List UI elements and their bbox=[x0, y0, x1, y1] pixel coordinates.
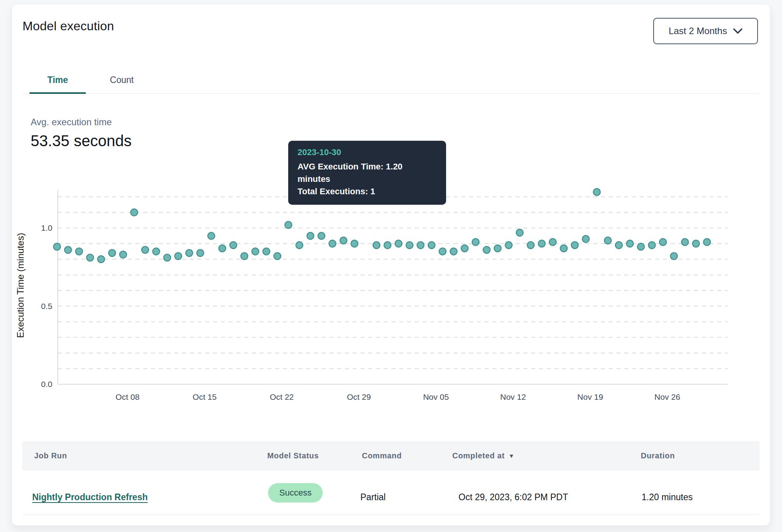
data-point[interactable] bbox=[670, 253, 677, 260]
data-point[interactable] bbox=[472, 238, 479, 245]
data-point[interactable] bbox=[428, 242, 435, 249]
data-point[interactable] bbox=[439, 248, 446, 255]
tooltip-date: 2023-10-30 bbox=[298, 147, 437, 157]
y-axis-label: Execution Time (minutes) bbox=[15, 233, 26, 338]
data-point[interactable] bbox=[682, 238, 689, 245]
x-tick-label: Nov 12 bbox=[500, 392, 526, 401]
data-point[interactable] bbox=[538, 240, 545, 247]
data-point[interactable] bbox=[615, 242, 622, 249]
data-point[interactable] bbox=[527, 242, 534, 249]
data-point[interactable] bbox=[582, 235, 589, 242]
table-row: Nightly Production Refresh Success Parti… bbox=[22, 470, 760, 515]
avg-execution-time-label: Avg. execution time bbox=[31, 117, 112, 128]
data-point[interactable] bbox=[516, 229, 523, 236]
data-point[interactable] bbox=[197, 249, 204, 256]
x-tick-label: Nov 19 bbox=[577, 392, 603, 401]
data-point[interactable] bbox=[296, 242, 303, 249]
data-point[interactable] bbox=[637, 243, 644, 250]
model-execution-card: Model execution Last 2 Months Time Count… bbox=[12, 4, 770, 526]
data-point[interactable] bbox=[494, 245, 501, 252]
y-tick-label: 0.5 bbox=[41, 302, 52, 311]
data-point[interactable] bbox=[604, 237, 611, 244]
data-point[interactable] bbox=[417, 242, 424, 249]
x-tick-label: Oct 15 bbox=[193, 392, 217, 401]
chart-tooltip: 2023-10-30 AVG Execution Time: 1.20 minu… bbox=[288, 141, 446, 205]
data-point[interactable] bbox=[692, 240, 699, 247]
data-point[interactable] bbox=[87, 254, 93, 261]
y-tick-label: 0.0 bbox=[41, 380, 52, 389]
command-cell: Partial bbox=[360, 492, 386, 503]
data-point[interactable] bbox=[164, 254, 171, 261]
data-point[interactable] bbox=[131, 209, 138, 216]
completed-at-cell: Oct 29, 2023, 6:02 PM PDT bbox=[458, 492, 568, 503]
sort-desc-icon: ▼ bbox=[509, 453, 515, 459]
column-header-duration[interactable]: Duration bbox=[641, 451, 675, 460]
data-point[interactable] bbox=[64, 246, 71, 253]
data-point[interactable] bbox=[384, 242, 391, 249]
data-point[interactable] bbox=[142, 246, 149, 253]
data-point[interactable] bbox=[593, 188, 600, 195]
data-point[interactable] bbox=[119, 251, 126, 258]
data-point[interactable] bbox=[560, 245, 567, 252]
tooltip-total-executions: Total Executions: 1 bbox=[298, 185, 437, 198]
tab-time[interactable]: Time bbox=[29, 66, 86, 93]
data-point[interactable] bbox=[208, 232, 215, 239]
data-point[interactable] bbox=[659, 238, 666, 245]
execution-time-scatter-chart: 0.00.51.0Oct 08Oct 15Oct 22Oct 29Nov 05N… bbox=[12, 171, 771, 411]
data-point[interactable] bbox=[54, 243, 61, 250]
avg-execution-time-value: 53.35 seconds bbox=[31, 132, 131, 150]
data-point[interactable] bbox=[351, 240, 358, 247]
data-point[interactable] bbox=[549, 238, 556, 245]
chart-tabs: Time Count bbox=[22, 66, 760, 94]
data-point[interactable] bbox=[241, 253, 248, 260]
data-point[interactable] bbox=[450, 248, 457, 255]
job-runs-table-header: Job Run Model Status Command Completed a… bbox=[22, 442, 760, 470]
data-point[interactable] bbox=[340, 237, 347, 244]
data-point[interactable] bbox=[704, 238, 711, 245]
data-point[interactable] bbox=[483, 246, 490, 253]
x-tick-label: Nov 05 bbox=[423, 392, 449, 401]
y-tick-label: 1.0 bbox=[41, 223, 52, 232]
data-point[interactable] bbox=[626, 240, 633, 247]
scatter-plot: 0.00.51.0Oct 08Oct 15Oct 22Oct 29Nov 05N… bbox=[12, 171, 771, 411]
data-point[interactable] bbox=[329, 240, 336, 247]
date-range-dropdown[interactable]: Last 2 Months bbox=[653, 18, 758, 44]
chevron-down-icon bbox=[733, 28, 742, 34]
x-tick-label: Oct 22 bbox=[270, 392, 294, 401]
data-point[interactable] bbox=[153, 248, 160, 255]
data-point[interactable] bbox=[649, 242, 656, 249]
page-title: Model execution bbox=[22, 19, 114, 33]
data-point[interactable] bbox=[571, 242, 578, 249]
data-point[interactable] bbox=[395, 240, 402, 247]
data-point[interactable] bbox=[76, 248, 83, 255]
data-point[interactable] bbox=[263, 248, 270, 255]
date-range-label: Last 2 Months bbox=[669, 26, 727, 36]
data-point[interactable] bbox=[186, 249, 193, 256]
x-tick-label: Oct 29 bbox=[347, 392, 371, 401]
data-point[interactable] bbox=[98, 256, 105, 263]
data-point[interactable] bbox=[406, 242, 413, 249]
job-run-link[interactable]: Nightly Production Refresh bbox=[32, 492, 148, 503]
tab-count[interactable]: Count bbox=[92, 66, 151, 93]
data-point[interactable] bbox=[285, 221, 292, 228]
x-tick-label: Nov 26 bbox=[654, 392, 680, 401]
column-header-completed-at[interactable]: Completed at ▼ bbox=[452, 451, 515, 460]
data-point[interactable] bbox=[274, 253, 281, 260]
column-header-model-status[interactable]: Model Status bbox=[267, 451, 319, 460]
data-point[interactable] bbox=[318, 232, 325, 239]
data-point[interactable] bbox=[219, 245, 226, 252]
data-point[interactable] bbox=[252, 248, 259, 255]
tooltip-avg-execution-time: AVG Execution Time: 1.20 minutes bbox=[298, 161, 437, 185]
data-point[interactable] bbox=[461, 245, 468, 252]
duration-cell: 1.20 minutes bbox=[642, 492, 693, 503]
x-tick-label: Oct 08 bbox=[116, 392, 140, 401]
data-point[interactable] bbox=[505, 242, 512, 249]
data-point[interactable] bbox=[373, 242, 380, 249]
data-point[interactable] bbox=[307, 232, 314, 239]
status-badge: Success bbox=[268, 483, 323, 503]
column-header-job-run[interactable]: Job Run bbox=[34, 451, 67, 460]
data-point[interactable] bbox=[109, 249, 116, 256]
data-point[interactable] bbox=[230, 242, 237, 249]
data-point[interactable] bbox=[175, 253, 182, 260]
column-header-command[interactable]: Command bbox=[362, 451, 402, 460]
